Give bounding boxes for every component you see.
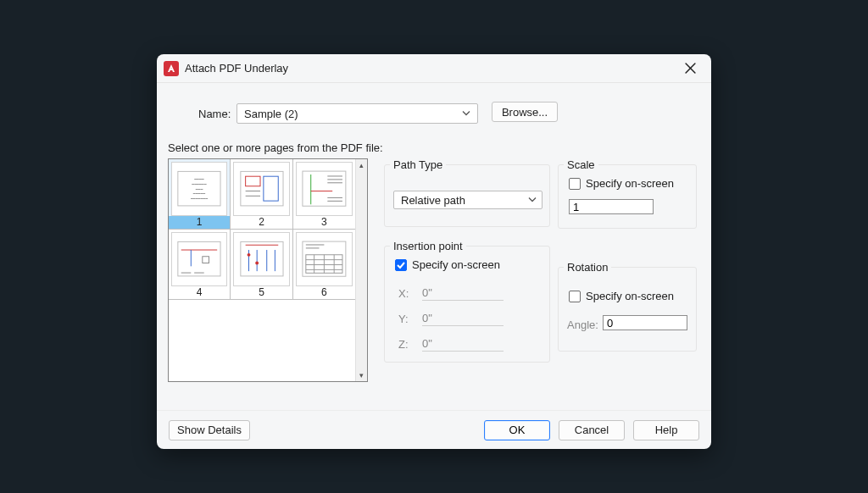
insertion-z-label: Z: — [398, 338, 412, 351]
chevron-down-icon — [528, 194, 537, 207]
svg-text:▬▬▬▬▬: ▬▬▬▬▬ — [193, 192, 206, 196]
help-button[interactable]: Help — [633, 420, 699, 440]
svg-rect-0 — [164, 61, 179, 76]
name-dropdown[interactable]: Sample (2) — [236, 103, 478, 124]
scale-input[interactable] — [569, 199, 654, 214]
path-type-group: Path Type Relative path — [384, 164, 550, 227]
pdf-page-thumbnail[interactable]: ▬▬▬▬▬▬▬▬▬▬▬▬▬▬▬▬▬▬▬▬▬▬▬▬▬ 1 — [169, 159, 231, 230]
insertion-x-label: X: — [398, 287, 412, 300]
titlebar: Attach PDF Underlay — [157, 54, 711, 83]
thumbnail-preview-icon — [296, 232, 353, 286]
thumbnail-preview-icon: ▬▬▬▬▬▬▬▬▬▬▬▬▬▬▬▬▬▬▬▬▬▬▬▬▬ — [171, 162, 227, 216]
dialog-content: Name: Sample (2) Browse... Select one or… — [157, 83, 711, 410]
scale-group: Scale Specify on-screen — [558, 164, 697, 229]
thumbnail-preview-icon — [233, 162, 289, 216]
scale-specify-checkbox[interactable]: Specify on-screen — [569, 177, 674, 190]
thumbnail-number: 2 — [231, 216, 292, 229]
rotation-group: Rotation Specify on-screen Angle: — [558, 267, 697, 352]
insertion-point-group: Insertion point Specify on-screen X: Y: … — [384, 246, 550, 363]
pdf-page-thumbnail[interactable]: 4 — [169, 230, 231, 300]
insertion-y-row: Y: — [398, 311, 504, 326]
rotation-specify-label: Specify on-screen — [586, 290, 674, 302]
cancel-button[interactable]: Cancel — [559, 420, 625, 440]
svg-text:▬▬▬▬: ▬▬▬▬ — [194, 177, 204, 180]
svg-rect-8 — [245, 177, 259, 187]
svg-point-32 — [247, 253, 250, 257]
thumbnail-preview-icon — [171, 232, 227, 286]
insertion-z-row: Z: — [398, 336, 504, 352]
name-value: Sample (2) — [244, 108, 298, 120]
insertion-title: Insertion point — [390, 240, 466, 252]
thumbnail-number: 6 — [293, 286, 355, 299]
pdf-page-thumbnail[interactable]: 5 — [231, 230, 292, 300]
pdf-page-thumbnail[interactable]: 3 — [293, 159, 355, 230]
scroll-up-icon: ▴ — [359, 159, 364, 171]
pdf-page-thumbnail[interactable]: 2 — [231, 159, 292, 230]
thumbnail-number: 4 — [169, 286, 230, 299]
scroll-down-icon: ▾ — [359, 369, 364, 381]
svg-text:▬▬▬: ▬▬▬ — [196, 187, 203, 191]
pdf-thumbnails-panel: ▬▬▬▬▬▬▬▬▬▬▬▬▬▬▬▬▬▬▬▬▬▬▬▬▬ 1 2 3 — [168, 158, 368, 382]
pdf-page-thumbnail[interactable]: 6 — [293, 230, 355, 300]
path-type-value: Relative path — [401, 194, 465, 207]
show-details-button[interactable]: Show Details — [169, 420, 250, 440]
svg-rect-26 — [240, 242, 282, 277]
chevron-down-icon — [462, 108, 470, 120]
rotation-angle-label: Angle: — [567, 319, 598, 331]
svg-text:▬▬▬▬▬▬: ▬▬▬▬▬▬ — [192, 182, 207, 186]
path-type-title: Path Type — [390, 158, 446, 171]
path-type-dropdown[interactable]: Relative path — [393, 191, 542, 209]
name-label: Name: — [198, 108, 231, 120]
close-button[interactable] — [677, 56, 703, 81]
thumbnails-scrollbar[interactable]: ▴ ▾ — [355, 159, 367, 381]
svg-text:▬▬▬▬▬▬▬: ▬▬▬▬▬▬▬ — [191, 197, 208, 201]
thumbnail-number: 3 — [293, 216, 355, 229]
svg-rect-20 — [178, 242, 220, 277]
close-icon — [685, 63, 696, 74]
dialog-title: Attach PDF Underlay — [185, 62, 288, 75]
insertion-z-input — [422, 336, 504, 352]
insertion-specify-checkbox[interactable]: Specify on-screen — [395, 258, 500, 271]
select-pages-label: Select one or more pages from the PDF fi… — [168, 141, 383, 154]
rotation-title: Rotation — [564, 261, 611, 274]
svg-rect-9 — [263, 177, 277, 202]
insertion-y-input — [422, 311, 504, 326]
browse-button[interactable]: Browse... — [492, 102, 558, 122]
svg-point-33 — [255, 262, 259, 265]
thumbnail-number: 5 — [231, 286, 292, 299]
insertion-y-label: Y: — [398, 313, 412, 325]
dialog-footer: Show Details OK Cancel Help — [157, 410, 711, 449]
scale-title: Scale — [564, 158, 598, 171]
thumbnail-number: 1 — [169, 216, 230, 229]
svg-rect-23 — [203, 257, 209, 263]
scale-specify-label: Specify on-screen — [586, 177, 674, 190]
thumbnail-preview-icon — [296, 162, 353, 216]
insertion-x-row: X: — [398, 285, 504, 301]
thumbnail-preview-icon — [233, 232, 289, 286]
app-icon — [164, 61, 179, 76]
rotation-specify-checkbox[interactable]: Specify on-screen — [569, 290, 674, 302]
rotation-angle-input[interactable] — [603, 315, 687, 330]
ok-button[interactable]: OK — [484, 420, 550, 440]
insertion-specify-label: Specify on-screen — [412, 258, 500, 271]
attach-pdf-dialog: Attach PDF Underlay Name: Sample (2) Bro… — [157, 54, 711, 449]
insertion-x-input — [422, 285, 504, 301]
